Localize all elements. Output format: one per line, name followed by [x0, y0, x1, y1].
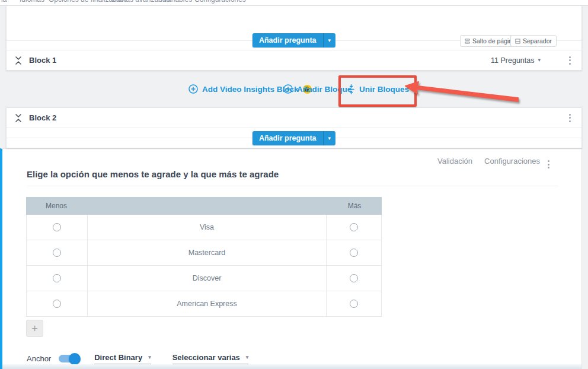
table-row: American Express	[26, 291, 382, 317]
page-break-icon	[465, 39, 470, 44]
survey-builder-page: ia Idiomas Opciones de finalización Cuot…	[0, 0, 588, 369]
selection-dropdown[interactable]: Seleccionar varias ▾	[172, 353, 249, 364]
maxdiff-table: Menos Más Visa Mastercard Discover	[26, 197, 382, 317]
question-toolbar: Validación Configuraciones	[437, 157, 540, 166]
radio-menos[interactable]	[53, 223, 61, 231]
question-title[interactable]: Elige la opción que menos te agrade y la…	[27, 169, 558, 186]
block2-options-kebab[interactable]	[567, 112, 573, 125]
page-break-label: Salto de página	[472, 37, 516, 44]
nav-item-configuraciones[interactable]: Configuraciones	[194, 0, 246, 5]
block2-header: Block 2	[7, 108, 581, 128]
annotation-arrow	[404, 77, 523, 106]
radio-menos[interactable]	[53, 300, 61, 308]
add-question-button[interactable]: Añadir pregunta	[253, 33, 323, 47]
question-editor-panel: Validación Configuraciones Elige la opci…	[0, 148, 582, 369]
choice-label[interactable]: American Express	[177, 300, 237, 308]
add-question-dropdown-button[interactable]: ▾	[323, 131, 336, 145]
collapse-block-icon[interactable]	[14, 113, 23, 123]
radio-mas[interactable]	[350, 300, 358, 308]
add-question-dropdown-button[interactable]: ▾	[323, 33, 336, 47]
nav-item[interactable]: ia	[1, 0, 7, 5]
table-row: Discover	[26, 266, 382, 291]
add-question-split-button: Añadir pregunta ▾	[253, 33, 335, 47]
chevron-down-icon: ▾	[328, 38, 331, 43]
chevron-down-icon: ▾	[246, 355, 249, 360]
nav-item-idiomas[interactable]: Idiomas	[20, 0, 44, 5]
header-mas: Más	[327, 197, 382, 215]
block1-title[interactable]: Block 1	[29, 56, 56, 65]
questions-count-dropdown[interactable]: 11 Preguntas ▾	[491, 56, 541, 65]
nav-item-variables[interactable]: Variables	[163, 0, 192, 5]
choice-label[interactable]: Visa	[200, 223, 214, 231]
separator-icon	[515, 39, 520, 44]
plus-circle-icon	[188, 84, 198, 94]
chevron-down-icon: ▾	[328, 136, 331, 141]
anchor-label: Anchor	[27, 354, 51, 363]
add-question-split-button: Añadir pregunta ▾	[253, 131, 335, 145]
radio-menos[interactable]	[53, 274, 61, 282]
separator-chip[interactable]: Separador	[510, 35, 557, 47]
block1-options-kebab[interactable]	[567, 54, 573, 67]
chevron-down-icon: ▾	[538, 58, 541, 63]
toggle-knob	[69, 353, 81, 365]
choice-label[interactable]: Mastercard	[188, 249, 226, 257]
nav-item-cuotas[interactable]: Cuotas avanzadas	[111, 0, 170, 5]
block2-card: Block 2 Añadir pregunta ▾	[6, 107, 582, 148]
radio-mas[interactable]	[350, 274, 358, 282]
model-dropdown[interactable]: Direct Binary ▾	[94, 353, 151, 364]
settings-link[interactable]: Configuraciones	[484, 157, 540, 166]
question-controls: Anchor Direct Binary ▾ Seleccionar varia…	[27, 353, 248, 364]
add-question-button[interactable]: Añadir pregunta	[253, 131, 323, 145]
radio-menos[interactable]	[53, 249, 61, 257]
header-menos: Menos	[26, 197, 87, 215]
radio-mas[interactable]	[350, 249, 358, 257]
table-header-row: Menos Más	[26, 197, 382, 215]
chevron-down-icon: ▾	[148, 355, 151, 360]
radio-mas[interactable]	[350, 223, 358, 231]
annotation-highlight-box	[338, 75, 417, 107]
table-row: Mastercard	[26, 240, 382, 266]
header-spacer	[87, 197, 327, 215]
block1-header: Block 1 11 Preguntas ▾	[7, 50, 581, 70]
block1-card: Añadir pregunta ▾ Salto de página Separa…	[6, 5, 582, 71]
block2-title[interactable]: Block 2	[29, 113, 56, 122]
table-row: Visa	[26, 215, 382, 240]
separator-label: Separador	[523, 37, 552, 44]
choice-label[interactable]: Discover	[193, 274, 222, 282]
anchor-toggle[interactable]	[59, 355, 79, 362]
top-nav: ia Idiomas Opciones de finalización Cuot…	[0, 0, 588, 6]
panel-bottom-edge	[2, 364, 581, 369]
add-choice-button[interactable]: +	[26, 320, 43, 337]
collapse-block-icon[interactable]	[14, 56, 23, 65]
plus-circle-icon	[283, 84, 293, 94]
validation-link[interactable]: Validación	[437, 157, 472, 166]
